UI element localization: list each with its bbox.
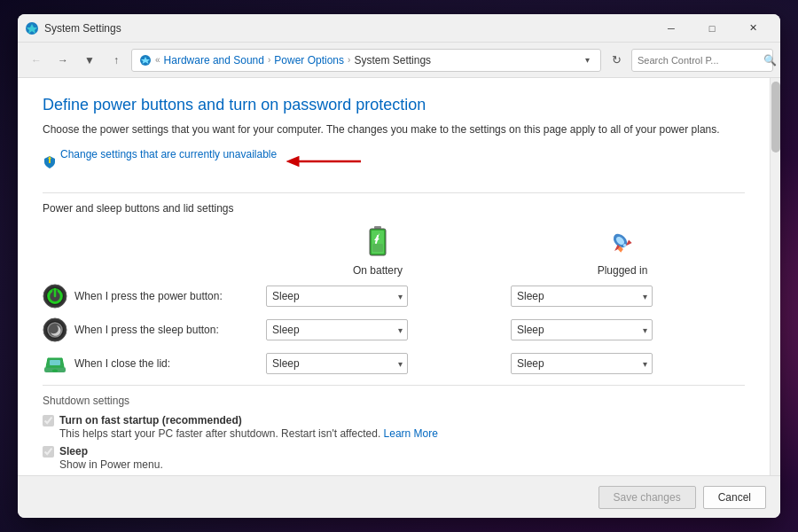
learn-more-link[interactable]: Learn More bbox=[384, 427, 438, 440]
section-divider-2 bbox=[43, 385, 745, 386]
forward-button[interactable]: → bbox=[51, 49, 74, 72]
lid-battery-select[interactable]: SleepDo nothingHibernateShut down bbox=[266, 353, 408, 374]
breadcrumb-power[interactable]: Power Options bbox=[274, 54, 344, 66]
main-content: Define power buttons and turn on passwor… bbox=[18, 78, 780, 475]
sleep-battery-select-container: SleepDo nothingHibernateShut down bbox=[255, 319, 500, 340]
system-settings-window: System Settings ─ □ ✕ ← → ▼ ↑ « Hardware… bbox=[18, 14, 780, 518]
footer: Save changes Cancel bbox=[18, 475, 780, 518]
search-input[interactable] bbox=[638, 55, 760, 66]
svg-point-23 bbox=[52, 370, 58, 372]
window-title: System Settings bbox=[44, 22, 651, 35]
shield-icon bbox=[43, 155, 57, 169]
svg-point-14 bbox=[623, 244, 627, 247]
rocket-icon bbox=[608, 225, 637, 261]
recent-button[interactable]: ▼ bbox=[78, 49, 101, 72]
back-button[interactable]: ← bbox=[25, 49, 48, 72]
fast-startup-checkbox[interactable] bbox=[43, 415, 54, 426]
fast-startup-item: Turn on fast startup (recommended) This … bbox=[43, 414, 745, 440]
col-plugged-in-label: Plugged in bbox=[598, 264, 648, 277]
search-box[interactable]: 🔍 bbox=[631, 49, 773, 72]
lid-plugged-select-container: SleepDo nothingHibernateShut down bbox=[500, 353, 745, 374]
svg-rect-7 bbox=[372, 244, 383, 252]
sleep-button-label: When I press the sleep button: bbox=[43, 317, 255, 342]
breadcrumb-current: System Settings bbox=[354, 54, 431, 66]
address-dropdown[interactable]: ▾ bbox=[582, 55, 593, 65]
sleep-battery-select-wrapper: SleepDo nothingHibernateShut down bbox=[266, 319, 408, 340]
cancel-button[interactable]: Cancel bbox=[703, 486, 766, 509]
sleep-item: Sleep Show in Power menu. bbox=[43, 445, 745, 471]
sleep-button-row: When I press the sleep button: SleepDo n… bbox=[43, 317, 745, 342]
power-sleep-title: Power and sleep buttons and lid settings bbox=[43, 202, 745, 215]
red-arrow bbox=[286, 153, 365, 172]
power-battery-select-container: SleepDo nothingHibernateShut down bbox=[255, 286, 500, 307]
maximize-button[interactable]: □ bbox=[692, 14, 732, 43]
lid-row: When I close the lid: SleepDo nothingHib… bbox=[43, 351, 745, 376]
power-button-label: When I press the power button: bbox=[43, 284, 255, 309]
shutdown-section-title: Shutdown settings bbox=[43, 395, 745, 407]
power-button-icon bbox=[43, 284, 67, 309]
sleep-strong: Sleep bbox=[59, 445, 88, 458]
breadcrumb-sep-1: « bbox=[155, 55, 160, 65]
lid-battery-select-wrapper: SleepDo nothingHibernateShut down bbox=[266, 353, 408, 374]
refresh-button[interactable]: ↻ bbox=[605, 49, 628, 72]
power-plugged-select[interactable]: SleepDo nothingHibernateShut down bbox=[511, 286, 653, 307]
lid-plugged-select-wrapper: SleepDo nothingHibernateShut down bbox=[511, 353, 653, 374]
lid-text: When I close the lid: bbox=[74, 357, 170, 370]
content-area: Define power buttons and turn on passwor… bbox=[18, 78, 770, 475]
section-divider-1 bbox=[43, 192, 745, 193]
up-button[interactable]: ↑ bbox=[105, 49, 128, 72]
scrollbar-thumb[interactable] bbox=[771, 82, 780, 153]
battery-icon bbox=[364, 225, 392, 261]
col-on-battery: On battery bbox=[255, 225, 500, 277]
sleep-button-icon bbox=[43, 317, 67, 342]
save-changes-button[interactable]: Save changes bbox=[598, 486, 696, 509]
power-battery-select[interactable]: SleepDo nothingHibernateShut down bbox=[266, 286, 408, 307]
sleep-checkbox[interactable] bbox=[43, 446, 54, 458]
sleep-plugged-select-container: SleepDo nothingHibernateShut down bbox=[500, 319, 745, 340]
power-button-row: When I press the power button: SleepDo n… bbox=[43, 284, 745, 309]
minimize-button[interactable]: ─ bbox=[651, 14, 692, 43]
lid-plugged-select[interactable]: SleepDo nothingHibernateShut down bbox=[511, 353, 653, 374]
power-battery-select-wrapper: SleepDo nothingHibernateShut down bbox=[266, 286, 408, 307]
fast-startup-subtext: This helps start your PC faster after sh… bbox=[59, 427, 438, 440]
fast-startup-strong: Turn on fast startup (recommended) bbox=[59, 414, 242, 426]
power-button-text: When I press the power button: bbox=[74, 290, 223, 302]
fast-startup-label: Turn on fast startup (recommended) This … bbox=[59, 414, 438, 440]
col-on-battery-label: On battery bbox=[353, 264, 403, 277]
breadcrumb-sep-3: › bbox=[348, 55, 350, 65]
page-description: Choose the power settings that you want … bbox=[43, 121, 745, 137]
svg-rect-22 bbox=[50, 360, 60, 365]
col-plugged-in: Plugged in bbox=[500, 225, 745, 277]
scrollbar-track bbox=[770, 78, 780, 475]
breadcrumb-hardware[interactable]: Hardware and Sound bbox=[164, 54, 264, 66]
sleep-subtext: Show in Power menu. bbox=[59, 458, 163, 471]
search-icon: 🔍 bbox=[763, 54, 777, 66]
breadcrumb-sep-2: › bbox=[268, 55, 270, 65]
address-bar: ← → ▼ ↑ « Hardware and Sound › Power Opt… bbox=[18, 43, 780, 78]
close-button[interactable]: ✕ bbox=[732, 14, 773, 43]
title-bar: System Settings ─ □ ✕ bbox=[18, 14, 780, 43]
sleep-battery-select[interactable]: SleepDo nothingHibernateShut down bbox=[266, 319, 408, 340]
sleep-button-text: When I press the sleep button: bbox=[74, 324, 219, 336]
address-path: « Hardware and Sound › Power Options › S… bbox=[131, 49, 601, 72]
lid-battery-select-container: SleepDo nothingHibernateShut down bbox=[255, 353, 500, 374]
lid-icon bbox=[43, 351, 67, 376]
sleep-plugged-select[interactable]: SleepDo nothingHibernateShut down bbox=[511, 319, 653, 340]
sleep-label: Sleep Show in Power menu. bbox=[59, 445, 163, 471]
app-icon bbox=[25, 21, 39, 35]
lid-label: When I close the lid: bbox=[43, 351, 255, 376]
change-settings-link[interactable]: Change settings that are currently unava… bbox=[60, 148, 277, 160]
sleep-plugged-select-wrapper: SleepDo nothingHibernateShut down bbox=[511, 319, 653, 340]
page-title: Define power buttons and turn on passwor… bbox=[43, 96, 745, 114]
power-plugged-select-container: SleepDo nothingHibernateShut down bbox=[500, 286, 745, 307]
window-controls: ─ □ ✕ bbox=[651, 14, 773, 43]
power-plugged-select-wrapper: SleepDo nothingHibernateShut down bbox=[511, 286, 653, 307]
settings-table-header: On battery Plugged in bbox=[43, 225, 745, 277]
